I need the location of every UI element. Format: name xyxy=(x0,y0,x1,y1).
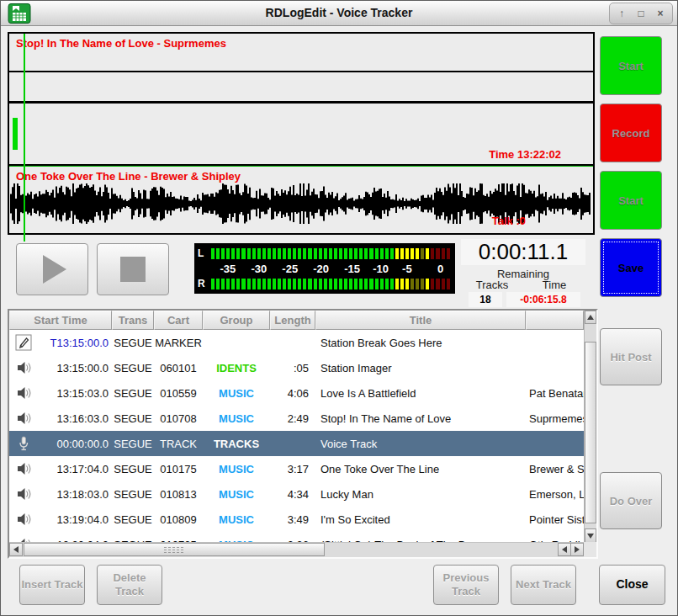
table-row[interactable]: 13:17:04.0SEGUE010175MUSIC3:17One Toke O… xyxy=(9,456,584,481)
table-row[interactable]: 13:19:04.0SEGUE010809MUSIC3:49I'm So Exc… xyxy=(9,507,584,532)
start-button-1[interactable]: Start xyxy=(600,36,662,95)
title-cell: Voice Track xyxy=(315,438,526,450)
next-track-button[interactable]: Next Track xyxy=(511,565,576,605)
length-cell: 2:49 xyxy=(270,412,315,425)
vertical-scrollbar[interactable] xyxy=(584,311,596,544)
group-cell: MUSIC xyxy=(203,412,270,425)
start-time-cell: 13:15:03.0 xyxy=(38,387,112,400)
remaining-tracks-value: 18 xyxy=(469,292,502,307)
log-table: Start TimeTransCartGroupLengthTitle T13:… xyxy=(8,309,598,559)
hit-post-button[interactable]: Hit Post xyxy=(600,328,662,385)
current-track-panel: One Toke Over The Line - Brewer & Shiple… xyxy=(9,166,593,233)
title-cell: Stop! In The Name of Love xyxy=(315,412,526,425)
artist-cell: Suprmemes xyxy=(526,412,584,425)
start-time-cell: 13:18:03.0 xyxy=(38,488,112,501)
trans-cell: SEGUE xyxy=(112,438,154,450)
horizontal-scrollbar-thumb[interactable] xyxy=(24,543,325,556)
vu-left-label: L xyxy=(198,247,211,259)
length-cell: :05 xyxy=(270,362,315,374)
shade-window-button[interactable]: ↑ xyxy=(613,6,630,21)
start-button-2[interactable]: Start xyxy=(600,171,662,230)
table-row[interactable]: 13:15:03.0SEGUE010559MUSIC4:06Love Is A … xyxy=(9,380,584,406)
marker-icon xyxy=(14,333,33,352)
vu-right-segments xyxy=(211,279,450,289)
start-time-cell: T13:15:00.0 xyxy=(38,337,112,349)
table-row[interactable]: 13:18:03.0SEGUE010813MUSIC4:34Lucky ManE… xyxy=(9,481,584,507)
save-button[interactable]: Save xyxy=(600,238,662,297)
cart-cell: 010708 xyxy=(154,412,203,425)
column-header-cart[interactable]: Cart xyxy=(154,311,203,330)
window-title: RDLogEdit - Voice Tracker xyxy=(1,6,677,19)
insert-track-button[interactable]: Insert Track xyxy=(19,565,85,605)
trans-cell: SEGUE xyxy=(112,362,154,374)
close-button[interactable]: Close xyxy=(599,565,665,605)
log-rows: T13:15:00.0SEGUEMARKERStation Break Goes… xyxy=(9,330,584,543)
table-row[interactable]: 00:00:00.0SEGUETRACKTRACKSVoice Track xyxy=(9,431,584,456)
cart-cell: TRACK xyxy=(154,438,203,450)
record-button[interactable]: Record xyxy=(600,104,662,162)
start-time-cell: 13:19:04.0 xyxy=(38,513,112,526)
play-button[interactable] xyxy=(16,243,88,295)
deck-time-label: Time 13:22:02 xyxy=(489,148,561,161)
vertical-scrollbar-thumb[interactable] xyxy=(585,342,596,523)
column-header-start-time[interactable]: Start Time xyxy=(9,311,112,330)
artist-cell: Brewer & Shipley xyxy=(526,463,584,475)
voicetrack-panel xyxy=(9,72,593,104)
trans-cell: SEGUE xyxy=(112,387,154,400)
close-window-button[interactable]: × xyxy=(652,6,669,21)
speaker-icon xyxy=(15,511,32,528)
talk-time-label: Talk :0 xyxy=(492,215,526,227)
voice-tracker-window: RDLogEdit - Voice Tracker ↑ □ × Stop! In… xyxy=(0,0,678,616)
cart-cell: 010813 xyxy=(154,488,203,501)
group-cell: MUSIC xyxy=(203,387,270,400)
do-over-button[interactable]: Do Over xyxy=(600,472,662,529)
column-header-trans[interactable]: Trans xyxy=(112,311,154,330)
remaining-tracks-label: Tracks xyxy=(461,279,523,291)
cart-cell: 010809 xyxy=(154,513,203,526)
title-cell: Station Break Goes Here xyxy=(315,337,526,349)
title-cell: One Toke Over The Line xyxy=(315,463,526,475)
delete-track-button[interactable]: Delete Track xyxy=(97,565,162,605)
table-row[interactable]: T13:15:00.0SEGUEMARKERStation Break Goes… xyxy=(9,330,584,355)
group-cell: TRACKS xyxy=(203,438,270,450)
vu-meter: L -35-30-25-20-15-10-50 R xyxy=(194,243,455,294)
length-cell: 4:06 xyxy=(270,387,315,400)
table-row[interactable]: 13:15:00.0SEGUE060101IDENTS:05Station Im… xyxy=(9,355,584,380)
cart-cell: 010559 xyxy=(154,387,203,400)
scroll-up-button[interactable] xyxy=(585,311,596,324)
horizontal-scrollbar[interactable] xyxy=(9,542,584,557)
column-header-artist[interactable] xyxy=(526,311,584,330)
microphone-icon xyxy=(15,435,32,452)
window-controls: ↑ □ × xyxy=(609,3,673,24)
scroll-right-button[interactable] xyxy=(570,543,584,556)
log-table-header: Start TimeTransCartGroupLengthTitle xyxy=(9,311,584,330)
artist-cell: Emerson, Lake & Palmer xyxy=(526,488,584,501)
next-track-title: Stop! In The Name of Love - Suprmemes xyxy=(16,37,226,50)
stop-button[interactable] xyxy=(97,243,169,295)
cart-cell: 010175 xyxy=(154,463,203,475)
start-time-cell: 13:15:00.0 xyxy=(38,362,112,374)
length-cell: 3:49 xyxy=(270,513,315,526)
table-row[interactable]: 13:16:03.0SEGUE010708MUSIC2:49Stop! In T… xyxy=(9,406,584,431)
maximize-window-button[interactable]: □ xyxy=(633,6,649,21)
speaker-icon xyxy=(15,410,32,427)
column-header-length[interactable]: Length xyxy=(270,311,315,330)
artist-cell: Pat Benatar xyxy=(526,387,584,400)
elapsed-time-display: 0:00:11.1 xyxy=(461,239,585,265)
speaker-icon xyxy=(15,486,32,502)
scroll-left-button-2[interactable] xyxy=(558,543,571,556)
trans-cell: SEGUE xyxy=(112,488,154,501)
title-cell: Love Is A Battlefield xyxy=(315,387,526,400)
record-level-bar xyxy=(13,118,18,150)
column-header-title[interactable]: Title xyxy=(315,311,526,330)
scroll-left-button[interactable] xyxy=(9,543,23,556)
group-cell: IDENTS xyxy=(203,362,270,374)
title-cell: I'm So Excited xyxy=(315,513,526,526)
start-time-cell: 00:00:00.0 xyxy=(38,438,112,450)
trans-cell: SEGUE xyxy=(112,412,154,425)
current-track-title: One Toke Over The Line - Brewer & Shiple… xyxy=(16,170,241,183)
speaker-icon xyxy=(15,359,32,376)
trans-cell: SEGUE xyxy=(112,463,154,475)
previous-track-button[interactable]: Previous Track xyxy=(433,565,499,605)
column-header-group[interactable]: Group xyxy=(203,311,270,330)
